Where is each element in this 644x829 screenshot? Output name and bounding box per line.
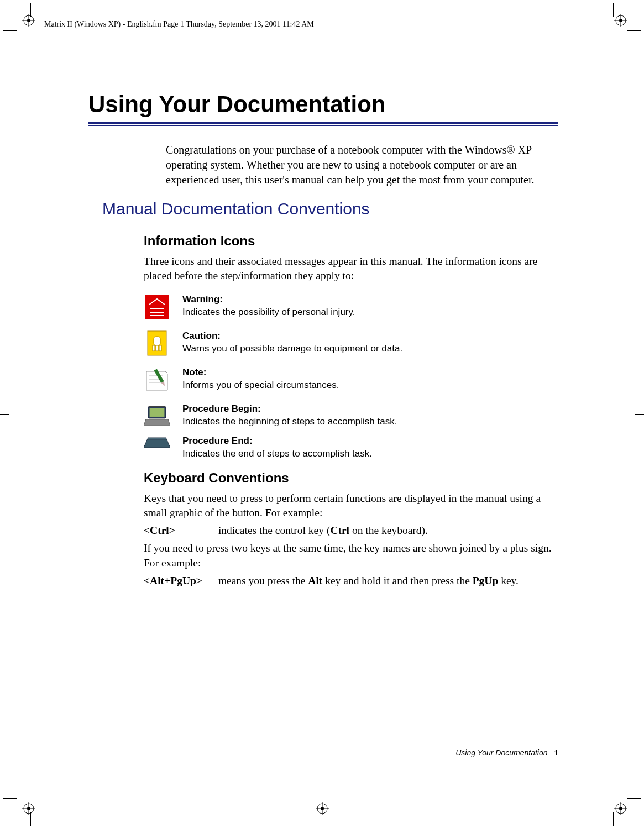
running-head: Matrix II (Windows XP) - English.fm Page…	[44, 20, 314, 29]
section-heading: Manual Documentation Conventions	[102, 200, 539, 221]
svg-point-19	[321, 807, 324, 810]
note-label: Note:	[182, 367, 206, 377]
closed-laptop-icon	[144, 435, 170, 452]
crop-mark	[627, 30, 641, 31]
running-head-rule	[39, 17, 370, 17]
crop-mark	[635, 414, 644, 415]
svg-marker-36	[147, 438, 167, 440]
key-name: <Alt+PgUp>	[144, 574, 216, 588]
svg-point-15	[27, 807, 30, 810]
svg-rect-25	[159, 345, 161, 351]
title-rule	[88, 122, 558, 124]
svg-rect-22	[154, 337, 160, 345]
info-icon-block-warning: Warning: Indicates the possibility of pe…	[144, 293, 558, 320]
key-desc: means you press the Alt key and hold it …	[218, 575, 519, 586]
svg-marker-35	[144, 440, 170, 448]
keyboard-body-2: If you need to press two keys at the sam…	[144, 541, 558, 570]
page-title: Using Your Documentation	[88, 91, 558, 118]
info-icon-block-procedure-end: Procedure End: Indicates the end of step…	[144, 435, 558, 460]
crop-mark	[3, 798, 17, 799]
svg-rect-24	[156, 345, 158, 351]
key-example-ctrl: <Ctrl> indicates the control key (Ctrl o…	[144, 523, 558, 538]
svg-point-7	[27, 19, 30, 22]
info-icon-block-caution: Caution: Warns you of possible damage to…	[144, 330, 558, 356]
laptop-icon	[144, 403, 170, 429]
info-icon-block-note: Note: Informs you of special circumstanc…	[144, 366, 558, 393]
svg-marker-34	[144, 419, 170, 426]
crop-mark	[613, 3, 614, 17]
procedure-end-label: Procedure End:	[182, 436, 253, 446]
title-rule	[88, 125, 558, 126]
caution-icon	[144, 330, 170, 356]
registration-mark-icon	[22, 802, 35, 815]
svg-point-3	[619, 19, 622, 22]
footer-page-number: 1	[554, 748, 558, 757]
crop-mark	[613, 812, 614, 826]
caution-desc: Warns you of possible damage to equipmen…	[182, 343, 402, 354]
subsection-heading: Information Icons	[144, 233, 558, 249]
note-desc: Informs you of special circumstances.	[182, 380, 339, 390]
warning-label: Warning:	[182, 294, 223, 305]
crop-mark	[0, 414, 9, 415]
warning-desc: Indicates the possibility of personal in…	[182, 307, 355, 317]
svg-point-11	[619, 807, 622, 810]
note-icon	[144, 366, 170, 393]
procedure-begin-label: Procedure Begin:	[182, 403, 261, 414]
crop-mark	[3, 30, 17, 31]
keyboard-body-1: Keys that you need to press to perform c…	[144, 491, 558, 521]
registration-mark-icon	[316, 802, 329, 815]
crop-mark	[627, 798, 641, 799]
key-desc: indicates the control key (Ctrl on the k…	[218, 524, 428, 536]
procedure-end-desc: Indicates the end of steps to accomplish…	[182, 448, 372, 459]
key-example-altpgup: <Alt+PgUp> means you press the Alt key a…	[144, 574, 558, 588]
crop-mark	[0, 50, 9, 50]
key-name: <Ctrl>	[144, 523, 216, 538]
subsection-heading: Keyboard Conventions	[144, 470, 558, 486]
registration-mark-icon	[614, 802, 627, 815]
subsection-body: Three icons and their associated message…	[144, 254, 558, 284]
page-footer: Using Your Documentation 1	[455, 748, 558, 757]
registration-mark-icon	[22, 14, 35, 27]
svg-rect-23	[153, 345, 155, 351]
registration-mark-icon	[614, 14, 627, 27]
page: Matrix II (Windows XP) - English.fm Page…	[0, 0, 644, 829]
footer-label: Using Your Documentation	[455, 748, 547, 757]
caution-label: Caution:	[182, 330, 221, 341]
intro-paragraph: Congratulations on your purchase of a no…	[166, 143, 558, 187]
procedure-begin-desc: Indicates the beginning of steps to acco…	[182, 416, 397, 427]
warning-icon	[144, 293, 170, 320]
info-icon-block-procedure-begin: Procedure Begin: Indicates the beginning…	[144, 403, 558, 429]
crop-mark	[635, 50, 644, 50]
svg-rect-33	[150, 408, 165, 416]
